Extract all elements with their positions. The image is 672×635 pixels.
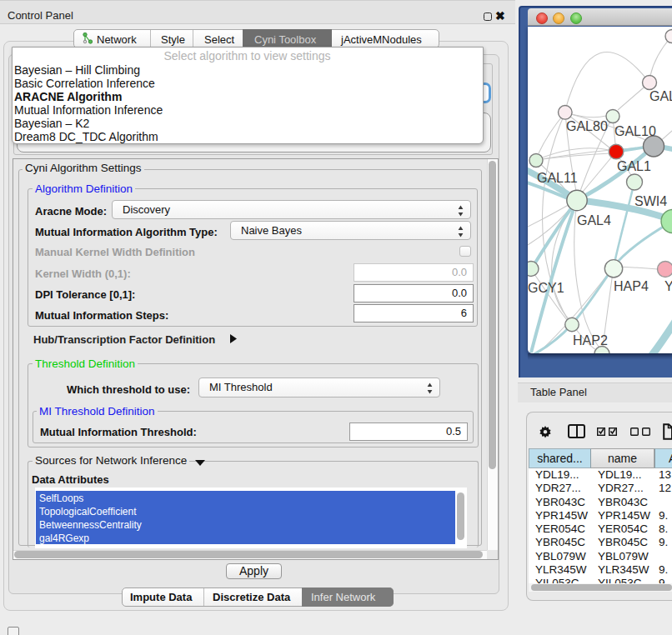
svg-text:GAL10: GAL10 (614, 124, 656, 138)
svg-text:GAL1: GAL1 (617, 159, 651, 173)
svg-text:GAL: GAL (649, 89, 672, 103)
svg-text:SWI4: SWI4 (634, 193, 667, 208)
svg-text:GAL4: GAL4 (577, 212, 611, 227)
svg-text:HAP2: HAP2 (573, 332, 608, 347)
svg-text:GAL11: GAL11 (537, 170, 578, 184)
svg-text:Y: Y (664, 279, 672, 293)
svg-text:GAL80: GAL80 (566, 119, 608, 133)
svg-text:HAP4: HAP4 (614, 278, 649, 292)
svg-text:GCY1: GCY1 (528, 281, 564, 295)
